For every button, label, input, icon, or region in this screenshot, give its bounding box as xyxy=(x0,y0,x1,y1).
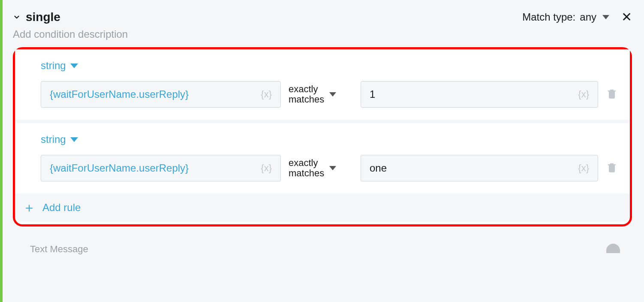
close-icon[interactable]: ✕ xyxy=(621,11,632,24)
rule-right-operand-input[interactable]: 1 {x} xyxy=(361,81,598,108)
rule-right-value: one xyxy=(370,162,387,174)
condition-inner: single Match type: any ✕ Add condition d… xyxy=(3,0,637,255)
rule-type-selector[interactable]: string xyxy=(41,60,620,72)
footer: Text Message xyxy=(13,226,632,255)
match-type-caret-icon[interactable] xyxy=(602,15,609,19)
rule-right-operand-input[interactable]: one {x} xyxy=(361,155,598,181)
footer-badge-icon xyxy=(606,244,620,253)
rule-left-value: {waitForUserName.userReply} xyxy=(50,162,189,174)
condition-title[interactable]: single xyxy=(26,10,60,24)
next-block-hint: Text Message xyxy=(30,244,88,255)
delete-rule-button[interactable] xyxy=(606,88,620,101)
operator-line2: matches xyxy=(289,168,324,178)
rule-type-label: string xyxy=(41,133,66,145)
rule-expression: {waitForUserName.userReply} {x} exactly … xyxy=(41,155,620,181)
operator-line1: exactly xyxy=(289,84,324,94)
rule-row: string {waitForUserName.userReply} {x} e… xyxy=(15,123,630,193)
trash-icon xyxy=(606,88,618,100)
variable-picker-icon[interactable]: {x} xyxy=(578,89,589,100)
caret-down-icon xyxy=(329,92,336,97)
rule-type-label: string xyxy=(41,60,66,72)
rule-type-selector[interactable]: string xyxy=(41,133,620,145)
rule-row: string {waitForUserName.userReply} {x} e… xyxy=(15,49,630,123)
title-group: single xyxy=(13,10,60,24)
caret-down-icon xyxy=(70,137,78,142)
variable-picker-icon[interactable]: {x} xyxy=(261,163,272,174)
variable-picker-icon[interactable]: {x} xyxy=(261,89,272,100)
collapse-toggle-icon[interactable] xyxy=(13,13,21,21)
add-rule-button[interactable]: ＋ Add rule xyxy=(15,193,630,222)
rule-expression: {waitForUserName.userReply} {x} exactly … xyxy=(41,81,620,108)
rule-operator-selector[interactable]: exactly matches xyxy=(289,84,353,105)
operator-line2: matches xyxy=(289,94,324,105)
rules-container: string {waitForUserName.userReply} {x} e… xyxy=(13,47,632,226)
rule-left-operand-input[interactable]: {waitForUserName.userReply} {x} xyxy=(41,155,281,181)
caret-down-icon xyxy=(70,63,78,68)
add-rule-label: Add rule xyxy=(42,202,81,214)
rule-left-operand-input[interactable]: {waitForUserName.userReply} {x} xyxy=(41,81,281,108)
rule-left-value: {waitForUserName.userReply} xyxy=(50,88,189,100)
rule-operator-selector[interactable]: exactly matches xyxy=(289,158,353,178)
operator-line1: exactly xyxy=(289,158,324,168)
match-type-value[interactable]: any xyxy=(580,11,596,23)
match-type-group: Match type: any ✕ xyxy=(522,11,632,24)
condition-panel: single Match type: any ✕ Add condition d… xyxy=(0,0,644,302)
caret-down-icon xyxy=(329,166,336,170)
condition-header: single Match type: any ✕ xyxy=(13,10,632,24)
match-type-label: Match type: xyxy=(522,11,575,23)
condition-description-input[interactable]: Add condition description xyxy=(13,28,632,40)
plus-icon: ＋ xyxy=(23,201,36,214)
delete-rule-button[interactable] xyxy=(606,161,620,175)
rule-right-value: 1 xyxy=(370,88,375,100)
trash-icon xyxy=(606,161,618,173)
variable-picker-icon[interactable]: {x} xyxy=(578,163,589,174)
